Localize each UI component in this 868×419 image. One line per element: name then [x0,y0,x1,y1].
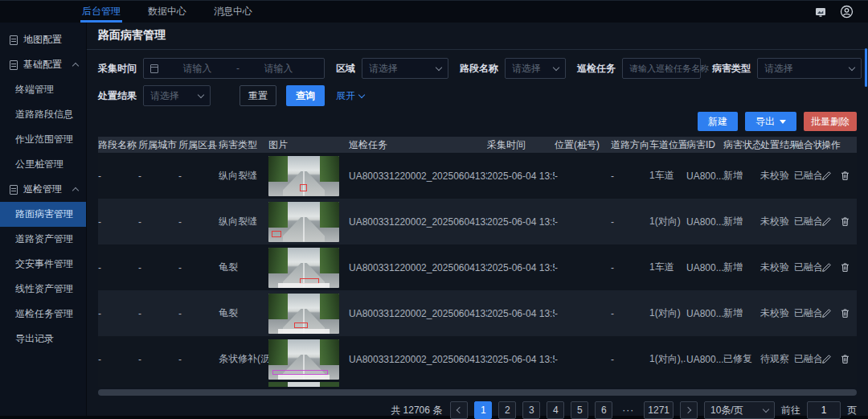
reset-button[interactable]: 重置 [240,85,276,106]
cell-status: 新增 [723,261,760,274]
task-placeholder: 请输入巡检任务名称 [629,63,709,75]
partial-next-row [98,382,857,387]
cell-fusion: 已融合 [794,352,821,366]
sidebar-item[interactable]: 道路路段信息 [0,102,86,127]
edit-icon[interactable] [821,308,832,318]
column-header-road_name: 路段名称 [98,138,138,152]
edit-icon[interactable] [821,354,832,364]
query-button[interactable]: 查询 [286,85,325,106]
new-button[interactable]: 新建 [698,112,738,131]
chevron-up-icon [72,187,79,193]
chevron-down-icon [436,64,442,70]
page-ellipsis[interactable]: ··· [619,401,637,419]
cell-fusion: 已融合 [794,306,821,320]
delete-icon[interactable] [840,262,850,273]
prev-page-button[interactable] [450,401,468,419]
sidebar-item[interactable]: 地图配置 [0,27,86,52]
cell-actions [821,216,857,227]
sidebar-item-label: 基础配置 [23,58,62,72]
cell-damage_id: UA800... [686,262,723,273]
cell-road_name: - [98,170,138,182]
region-select[interactable]: 请选择 [362,58,448,79]
horizontal-scrollbar[interactable] [98,389,857,396]
delete-icon[interactable] [840,216,850,227]
table-row[interactable]: ---纵向裂缝UA800331220002_202506041338520592… [98,153,857,199]
page-button[interactable]: 3 [522,401,540,419]
goto-page-input[interactable] [807,401,841,419]
damage-type-select[interactable]: 请选择 [757,58,862,79]
column-header-actions: 操作 [821,138,857,152]
cell-lane: 1车道 [649,261,686,274]
export-button[interactable]: 导出 [745,112,796,131]
table-row[interactable]: ---龟裂UA800331220002_20250604133852059202… [98,244,857,290]
edit-icon[interactable] [821,262,832,273]
delete-icon[interactable] [840,308,850,318]
batch-delete-button[interactable]: 批量删除 [804,112,857,131]
sidebar-item[interactable]: 巡检管理 [0,177,86,202]
edit-icon[interactable] [821,216,832,227]
sidebar-item[interactable]: 导出记录 [0,327,86,351]
column-header-direction: 道路方向 [611,138,649,152]
road-photo[interactable] [268,202,339,242]
damage-type-placeholder: 请选择 [764,62,793,76]
table-row[interactable]: ---条状修补(沥青)UA800331220002_20250604133852… [98,336,857,382]
expand-link[interactable]: 展开 [336,89,364,103]
page-button[interactable]: 6 [595,401,612,419]
sidebar-item-label: 作业范围管理 [15,133,73,146]
sidebar-item[interactable]: 线性资产管理 [0,277,86,302]
chevron-down-icon [763,405,769,412]
damage-table: 路段名称所属城市所属区县病害类型图片巡检任务采集时间位置(桩号)道路方向车道位置… [98,137,857,396]
damage-type-field: 病害类型 请选择 [712,58,862,79]
cell-fusion: 已融合 [794,261,821,274]
goto-suffix: 页 [847,404,857,417]
table-row[interactable]: ---纵向裂缝UA800331220002_202506041338520592… [98,199,857,244]
delete-icon[interactable] [840,354,850,364]
road-name-select[interactable]: 请选择 [505,58,566,79]
page-size-select[interactable]: 10条/页 [704,401,775,419]
edit-icon[interactable] [821,170,832,181]
sidebar-item[interactable]: 路面病害管理 [0,202,86,227]
date-separator: - [236,63,240,74]
page-button[interactable]: 2 [498,401,516,419]
user-avatar-icon[interactable] [839,5,854,19]
road-photo[interactable] [268,248,339,288]
table-row[interactable]: ---龟裂UA800331220002_20250604133852059202… [98,290,857,336]
sidebar-item[interactable]: 作业范围管理 [0,127,86,152]
cell-collect_time: 2025-06-04 13:50 [487,308,555,319]
sidebar-item[interactable]: 交安事件管理 [0,252,86,277]
cell-lane: 1(对向) [649,215,686,228]
top-nav-tab[interactable]: 消息中心 [212,1,254,23]
page-button[interactable]: 1 [474,401,492,419]
cell-city: - [138,354,178,365]
task-input[interactable]: 请输入巡检任务名称 [622,58,701,79]
sidebar-item[interactable]: 巡检任务管理 [0,302,86,327]
page-button[interactable]: 5 [571,401,588,419]
result-select[interactable]: 请选择 [143,85,211,106]
sidebar-item[interactable]: 基础配置 [0,52,86,77]
page-button[interactable]: 4 [547,401,564,419]
screen-monitor-icon[interactable] [813,5,828,19]
cell-direction: - [611,354,649,365]
sidebar-item[interactable]: 终端管理 [0,77,86,102]
sidebar-item[interactable]: 道路资产管理 [0,227,86,252]
collect-time-label: 采集时间 [98,62,137,76]
vertical-scrollbar[interactable] [865,48,867,87]
page-size-value: 10条/页 [710,404,743,417]
top-nav-tab[interactable]: 后台管理 [80,1,122,23]
chevron-down-icon [553,64,559,70]
road-photo[interactable] [268,339,339,380]
top-nav-tab[interactable]: 数据中心 [146,1,188,23]
sidebar-item-label: 导出记录 [15,332,54,346]
cell-collect_time: 2025-06-04 13:50 [487,170,555,182]
delete-icon[interactable] [840,170,850,181]
cell-result: 未校验 [760,306,794,320]
road-name-field: 路段名称 请选择 [460,58,566,79]
cell-county: - [178,216,219,228]
sidebar-item[interactable]: 公里桩管理 [0,152,86,177]
collect-time-range-input[interactable]: 请输入 - 请输入 [143,58,325,79]
road-photo[interactable] [268,294,339,334]
page-button[interactable]: 1271 [644,401,674,419]
road-photo[interactable] [268,156,339,196]
next-page-button[interactable] [680,401,698,419]
cell-status: 新增 [723,169,760,183]
